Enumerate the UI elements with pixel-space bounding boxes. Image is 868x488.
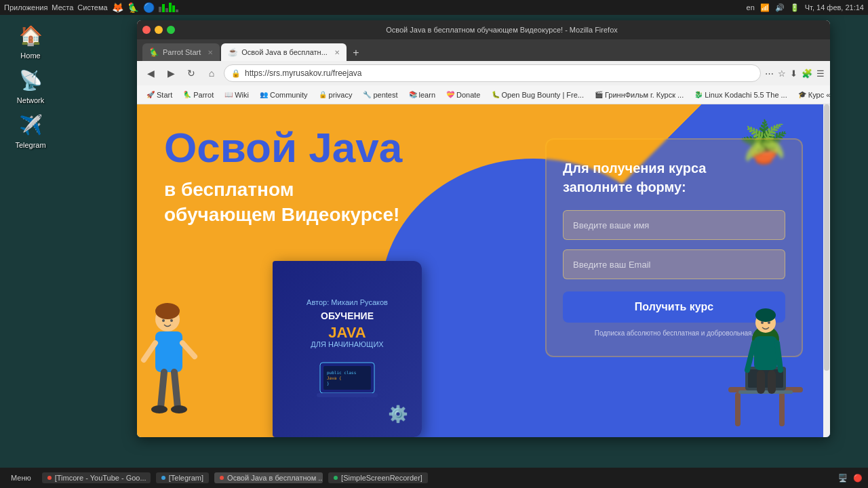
browser-tabbar: 🦜 Parrot Start ✕ ☕ Освой Java в бесплатн…	[137, 39, 830, 61]
network-icon: 📶	[760, 3, 770, 12]
app-dot-timcore	[47, 476, 52, 480]
svg-point-6	[151, 405, 167, 413]
app-menu-btn[interactable]: Приложения	[4, 3, 47, 12]
person-left-illustration	[140, 299, 215, 437]
maximize-button[interactable]	[167, 26, 175, 34]
bookmark-community[interactable]: 👥 Community	[256, 89, 312, 100]
places-btn[interactable]: Места	[52, 3, 73, 12]
svg-rect-19	[779, 392, 785, 426]
minimize-button[interactable]	[155, 26, 163, 34]
tab-parrot-start[interactable]: 🦜 Parrot Start ✕	[142, 43, 220, 61]
desktop-icon-network[interactable]: 📡 Network	[7, 66, 54, 104]
tab-close-java[interactable]: ✕	[334, 49, 340, 56]
svg-line-3	[182, 343, 195, 357]
close-button[interactable]	[142, 26, 151, 34]
person-right-illustration	[715, 285, 803, 437]
bookmark-bugbounty[interactable]: 🐛 Open Bug Bounty | Fre...	[488, 89, 588, 100]
name-input[interactable]	[563, 210, 785, 240]
svg-point-25	[755, 308, 776, 322]
book-author: Автор: Михаил Русаков	[307, 298, 388, 306]
form-title: Для получения курса заполните форму:	[563, 159, 785, 197]
taskbar-app-timcore[interactable]: [Timcore - YouTube - Goo...	[42, 472, 151, 483]
back-button[interactable]: ◀	[142, 65, 159, 81]
svg-line-27	[747, 343, 754, 370]
reload-button[interactable]: ↻	[183, 65, 199, 81]
browser-titlebar: Освой Java в бесплатном обучающем Видеок…	[137, 20, 830, 39]
svg-text:public class: public class	[327, 370, 357, 375]
bookmark-specialist[interactable]: 🎓 Курс «Специалист по...	[794, 89, 830, 100]
svg-rect-1	[155, 331, 182, 372]
start-menu-button[interactable]: Меню	[5, 472, 37, 483]
gear-decoration: ⚙️	[388, 405, 408, 424]
desktop: 🏠 Home 📡 Network ✈️ Telegram	[0, 15, 136, 468]
taskbar-app-java[interactable]: Освой Java в бесплатном ...	[214, 472, 323, 483]
home-button[interactable]: ⌂	[203, 65, 220, 81]
cpu-graph	[159, 3, 178, 12]
url-text: https://srs.myrusakov.ru/freejava	[245, 68, 753, 78]
svg-rect-16	[317, 393, 378, 397]
telegram-label: Telegram	[15, 141, 45, 149]
address-field[interactable]: 🔒 https://srs.myrusakov.ru/freejava	[224, 64, 761, 82]
svg-text:Java {: Java {	[327, 375, 342, 380]
network-icon: 📡	[17, 66, 44, 94]
taskbar-app-label-recorder: [SimpleScreenRecorder]	[341, 474, 422, 482]
scrollbar[interactable]	[823, 104, 830, 437]
battery-icon: 🔋	[790, 3, 800, 12]
network-label: Network	[17, 96, 44, 104]
desktop-icon-home[interactable]: 🏠 Home	[7, 22, 54, 60]
more-button[interactable]: ⋯	[765, 68, 774, 79]
book-main-title: JAVA	[328, 325, 366, 340]
taskbar-app-label-timcore: [Timcore - YouTube - Goo...	[55, 474, 146, 482]
email-input[interactable]	[563, 249, 785, 279]
bookmark-wiki[interactable]: 📖 Wiki	[220, 89, 253, 100]
svg-line-2	[144, 343, 155, 360]
hero-section: Освой Java в бесплатном обучающем Видеок…	[137, 104, 830, 437]
telegram-icon: ✈️	[17, 111, 44, 138]
desktop-icon-telegram[interactable]: ✈️ Telegram	[7, 111, 54, 149]
taskbar-app-recorder[interactable]: [SimpleScreenRecorder]	[328, 472, 428, 483]
svg-rect-22	[738, 390, 793, 394]
bookmark-star[interactable]: ☆	[778, 68, 786, 79]
bookmark-grinn[interactable]: 🎬 ГриннФильм г. Курск ...	[591, 89, 688, 100]
book-title-top: ОБУЧЕНИЕ	[321, 310, 374, 321]
app-dot-recorder	[334, 476, 338, 480]
app-dot-java	[220, 476, 224, 480]
svg-point-32	[768, 321, 770, 324]
browser-window: Освой Java в бесплатном обучающем Видеок…	[137, 20, 830, 437]
bookmark-privacy[interactable]: 🔒 privacy	[315, 89, 357, 100]
bookmark-pentest[interactable]: 🔧 pentest	[359, 89, 401, 100]
forward-button[interactable]: ▶	[163, 65, 179, 81]
tab-label-parrot: Parrot Start	[163, 48, 201, 56]
svg-rect-30	[768, 370, 776, 394]
home-label: Home	[20, 52, 40, 60]
bookmark-start[interactable]: 🚀 Start	[142, 89, 176, 100]
bookmark-parrot[interactable]: 🦜 Parrot	[179, 89, 218, 100]
taskbar-top: Приложения Места Система 🦊 🦜 🔵 en 📶 🔊 🔋 …	[0, 0, 868, 15]
browser-title: Освой Java в бесплатном обучающем Видеок…	[179, 26, 825, 34]
svg-rect-21	[748, 369, 783, 388]
tab-java-course[interactable]: ☕ Освой Java в бесплатн... ✕	[221, 43, 347, 61]
hero-left: Освой Java в бесплатном обучающем Видеок…	[164, 125, 545, 241]
svg-point-31	[761, 321, 764, 324]
volume-icon: 🔊	[775, 3, 785, 12]
bookmark-learn[interactable]: 📚 learn	[405, 89, 439, 100]
app-dot-telegram	[161, 476, 165, 480]
bookmark-donate[interactable]: 💝 Donate	[442, 89, 484, 100]
tab-close-parrot[interactable]: ✕	[208, 49, 213, 56]
svg-point-10	[170, 319, 173, 322]
tab-add-button[interactable]: +	[348, 45, 364, 61]
tab-favicon-java: ☕	[228, 47, 237, 57]
svg-rect-18	[735, 392, 741, 426]
bookmark-kodachi[interactable]: 🐉 Linux Kodachi 5.5 The ...	[690, 89, 791, 100]
downloads-icon[interactable]: ⬇	[790, 68, 797, 79]
scrollbar-thumb[interactable]	[824, 104, 829, 371]
svg-point-9	[162, 319, 165, 322]
book-title-sub: ДЛЯ НАЧИНАЮЩИХ	[311, 340, 383, 348]
extensions-icon[interactable]: 🧩	[802, 68, 812, 79]
taskbar-app-telegram[interactable]: [Telegram]	[156, 472, 209, 483]
svg-text:}: }	[327, 381, 330, 386]
svg-point-8	[155, 303, 180, 319]
taskbar-app-label-java: Освой Java в бесплатном ...	[227, 474, 323, 482]
system-btn[interactable]: Система	[77, 3, 107, 12]
menu-icon[interactable]: ☰	[816, 68, 825, 79]
